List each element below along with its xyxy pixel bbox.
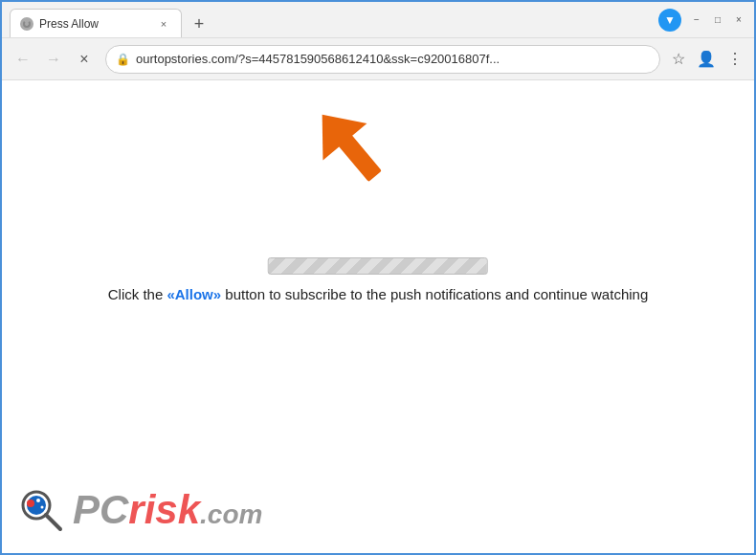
- logo-pc: PC: [73, 487, 128, 532]
- active-tab[interactable]: Press Allow ×: [10, 9, 182, 37]
- back-button[interactable]: ←: [10, 46, 36, 73]
- pcrisk-logo-icon: [17, 486, 65, 534]
- arrow-container: [308, 98, 404, 216]
- logo-text: PCrisk.com: [73, 487, 262, 533]
- logo-com: .com: [200, 500, 262, 529]
- forward-button[interactable]: →: [40, 46, 67, 73]
- menu-button[interactable]: ⋮: [723, 46, 746, 72]
- title-bar: Press Allow × + ▼ − □ ×: [2, 2, 754, 38]
- message-suffix: button to subscribe to the push notifica…: [221, 286, 648, 302]
- svg-point-6: [36, 499, 40, 502]
- url-text: ourtopstories.com/?s=445781590568612410&…: [136, 52, 650, 66]
- download-icon: ▼: [664, 13, 676, 27]
- page-message: Click the «Allow» button to subscribe to…: [108, 286, 649, 302]
- favicon-spinner: [23, 20, 31, 28]
- svg-line-3: [46, 515, 60, 529]
- tab-title: Press Allow: [39, 17, 150, 31]
- maximize-button[interactable]: □: [710, 12, 725, 28]
- stop-button[interactable]: ×: [71, 46, 98, 73]
- svg-point-5: [27, 500, 34, 507]
- close-window-button[interactable]: ×: [731, 12, 746, 28]
- progress-area: Click the «Allow» button to subscribe to…: [108, 257, 649, 302]
- tab-favicon: [20, 17, 33, 31]
- progress-bar: [268, 257, 488, 275]
- minimize-button[interactable]: −: [689, 12, 704, 28]
- page-content: Click the «Allow» button to subscribe to…: [2, 80, 754, 553]
- address-bar[interactable]: 🔒 ourtopstories.com/?s=44578159056861241…: [105, 45, 660, 74]
- tab-area: Press Allow × +: [10, 2, 658, 37]
- logo-area: PCrisk.com: [17, 486, 262, 534]
- allow-label: «Allow»: [167, 286, 221, 302]
- profile-icon[interactable]: 👤: [693, 46, 720, 72]
- bookmark-icon[interactable]: ☆: [668, 46, 689, 72]
- svg-point-7: [41, 506, 44, 509]
- browser-toolbar: ← → × 🔒 ourtopstories.com/?s=44578159056…: [2, 38, 754, 80]
- orange-arrow-svg: [308, 98, 404, 212]
- download-button[interactable]: ▼: [658, 9, 681, 32]
- new-tab-button[interactable]: +: [186, 11, 212, 37]
- message-prefix: Click the: [108, 286, 167, 302]
- lock-icon: 🔒: [116, 53, 130, 66]
- browser-window: Press Allow × + ▼ − □ × ← → × 🔒 ourtopst…: [0, 0, 756, 555]
- window-controls: − □ ×: [689, 12, 746, 28]
- logo-risk: risk: [128, 487, 200, 532]
- tab-close-button[interactable]: ×: [156, 16, 171, 32]
